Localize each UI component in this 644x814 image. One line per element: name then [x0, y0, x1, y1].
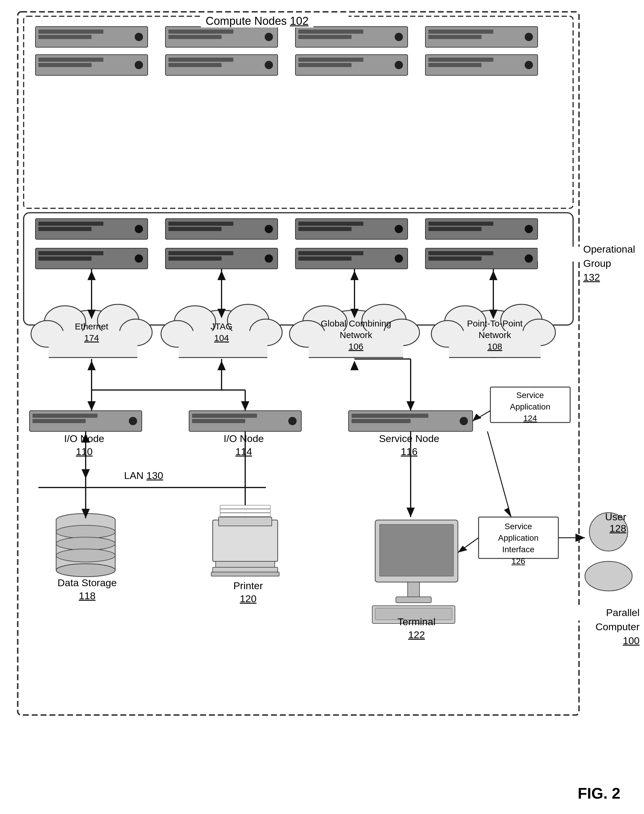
svg-marker-172	[458, 546, 467, 552]
svg-rect-45	[298, 222, 363, 226]
svg-rect-18	[428, 35, 481, 39]
svg-point-119	[460, 417, 468, 425]
svg-point-79	[250, 319, 282, 346]
svg-point-151	[56, 537, 115, 550]
svg-point-11	[265, 33, 273, 41]
svg-rect-133	[491, 387, 570, 423]
svg-rect-28	[295, 55, 408, 75]
svg-rect-2	[224, 13, 349, 28]
svg-marker-101	[218, 271, 226, 280]
operational-group-label: Operational Group132	[583, 242, 635, 285]
svg-rect-24	[166, 55, 278, 75]
svg-rect-61	[298, 251, 363, 255]
svg-point-84	[362, 304, 406, 337]
svg-rect-56	[166, 248, 278, 269]
svg-rect-159	[213, 567, 278, 572]
svg-rect-46	[298, 227, 351, 231]
data-storage-label: Data Storage118	[46, 576, 129, 602]
svg-rect-53	[38, 251, 103, 255]
svg-rect-22	[38, 63, 92, 67]
svg-point-70	[98, 304, 139, 337]
svg-rect-3	[24, 213, 573, 325]
svg-point-68	[53, 310, 130, 357]
svg-rect-110	[32, 419, 86, 423]
svg-marker-176	[575, 533, 585, 542]
svg-point-78	[161, 320, 193, 347]
svg-point-55	[135, 254, 143, 263]
svg-rect-60	[295, 248, 408, 269]
svg-marker-107	[489, 271, 497, 280]
svg-rect-49	[428, 222, 493, 226]
svg-rect-34	[428, 63, 481, 67]
svg-rect-64	[425, 248, 538, 269]
svg-point-89	[455, 310, 532, 357]
svg-marker-97	[87, 310, 96, 319]
svg-rect-8	[166, 27, 278, 47]
svg-rect-37	[38, 222, 103, 226]
svg-marker-132	[350, 361, 359, 370]
svg-rect-26	[169, 63, 222, 67]
svg-point-85	[290, 320, 325, 347]
svg-rect-58	[169, 256, 222, 261]
svg-rect-163	[220, 513, 270, 517]
svg-rect-29	[298, 58, 363, 62]
svg-rect-5	[38, 29, 103, 34]
svg-point-72	[120, 319, 152, 346]
figure-label: FIG. 2	[578, 785, 620, 802]
svg-rect-10	[169, 35, 222, 39]
svg-rect-156	[213, 520, 278, 561]
svg-marker-127	[241, 401, 249, 411]
svg-point-91	[501, 304, 542, 337]
svg-rect-94	[449, 331, 541, 357]
svg-rect-4	[35, 27, 148, 47]
svg-point-27	[265, 61, 273, 69]
svg-rect-161	[220, 505, 270, 509]
io-node-2-label: I/O Node114	[188, 432, 300, 458]
svg-point-39	[135, 225, 143, 233]
svg-rect-112	[189, 411, 301, 431]
svg-rect-113	[192, 414, 257, 418]
compute-nodes-label: Compute Nodes 102	[201, 15, 313, 28]
parallel-computer-label: Parallel Computer100	[596, 606, 639, 648]
svg-rect-21	[38, 58, 103, 62]
svg-marker-142	[406, 507, 415, 517]
svg-line-171	[458, 538, 478, 552]
svg-rect-50	[428, 227, 481, 231]
svg-point-43	[265, 225, 273, 233]
svg-rect-16	[425, 27, 538, 47]
svg-marker-98	[87, 271, 96, 280]
svg-point-92	[431, 320, 464, 347]
user-label: User128	[605, 511, 626, 534]
svg-rect-33	[428, 58, 493, 62]
svg-rect-65	[428, 251, 493, 255]
lan-label: LAN 130	[124, 470, 163, 481]
svg-rect-14	[298, 35, 351, 39]
svg-rect-52	[35, 248, 148, 269]
svg-rect-108	[29, 411, 142, 431]
svg-point-75	[183, 310, 260, 357]
service-application-interface-box: Service Application Interface126	[479, 521, 557, 567]
svg-rect-167	[396, 597, 431, 603]
svg-rect-160	[211, 572, 279, 576]
svg-line-134	[473, 411, 491, 421]
svg-rect-170	[478, 517, 558, 558]
svg-rect-57	[169, 251, 233, 255]
svg-marker-100	[218, 309, 226, 318]
svg-rect-0	[18, 12, 579, 715]
svg-point-71	[31, 320, 63, 347]
service-application-box: Service Application124	[491, 389, 569, 424]
svg-marker-128	[218, 361, 226, 370]
svg-point-51	[524, 225, 533, 233]
svg-point-67	[524, 254, 533, 263]
svg-rect-41	[169, 222, 233, 226]
svg-marker-135	[473, 414, 481, 421]
svg-rect-13	[298, 29, 363, 34]
svg-point-82	[313, 310, 396, 357]
svg-rect-48	[425, 219, 538, 239]
svg-rect-118	[351, 419, 411, 423]
svg-rect-157	[219, 517, 272, 526]
svg-rect-114	[192, 419, 245, 423]
printer-label: Printer120	[216, 579, 281, 605]
svg-marker-103	[350, 309, 359, 318]
svg-point-177	[589, 513, 628, 551]
